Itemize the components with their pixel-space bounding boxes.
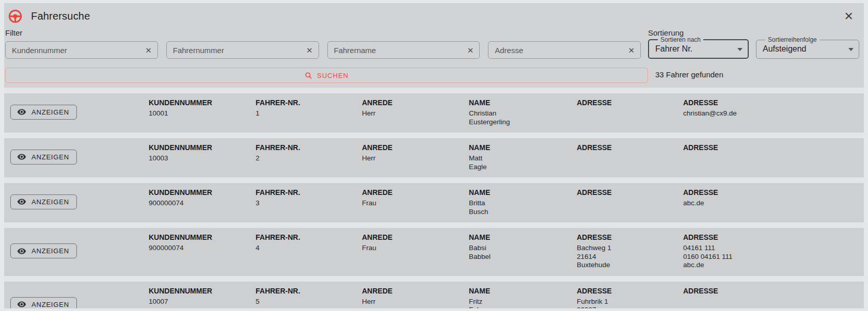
anzeigen-button-label: ANZEIGEN <box>31 153 69 161</box>
adresse-input[interactable] <box>488 46 622 55</box>
row-action: ANZEIGEN <box>10 150 149 165</box>
column-header: ADRESSE <box>577 233 678 241</box>
chevron-down-icon <box>737 48 743 51</box>
anzeigen-button[interactable]: ANZEIGEN <box>10 194 77 209</box>
cell-adresse: ADRESSE <box>577 187 683 216</box>
cell-value: Busch <box>469 208 572 217</box>
cell-value: Herr <box>362 298 464 306</box>
fahrernummer-input[interactable] <box>167 46 301 55</box>
cell-kundennummer: KUNDENNUMMER900000074 <box>149 187 256 216</box>
filter-group: Filter ✕ ✕ ✕ ✕ <box>5 27 648 63</box>
cell-value: Herr <box>362 109 464 118</box>
cell-value: 36037 <box>577 306 678 308</box>
cell-adresse: ADRESSEFuhrbrik 136037Fulda <box>577 286 683 308</box>
anzeigen-button-label: ANZEIGEN <box>31 108 69 116</box>
cell-value: Frau <box>362 244 464 253</box>
row-action: ANZEIGEN <box>10 243 149 258</box>
column-header: ADRESSE <box>577 99 678 107</box>
eye-icon <box>17 247 26 256</box>
clear-icon[interactable]: ✕ <box>301 46 319 54</box>
column-header: NAME <box>469 287 572 295</box>
column-header: FAHRER-NR. <box>256 188 357 197</box>
sortierreihenfolge-select[interactable]: Sortierreihenfolge Aufsteigend <box>756 37 859 59</box>
kundennummer-input[interactable] <box>6 46 139 55</box>
sortieren-nach-label: Sortieren nach <box>658 37 703 43</box>
cell-value: 0160 04161 111 <box>683 253 854 261</box>
column-header: NAME <box>469 99 572 107</box>
row-action: ANZEIGEN <box>10 297 149 308</box>
cell-fahrer-nr: FAHRER-NR.3 <box>256 187 362 216</box>
cell-value: Buxtehude <box>577 261 678 270</box>
cell-anrede: ANREDEFrau <box>362 187 469 216</box>
cell-name: NAMEBabsiBabbel <box>469 232 577 270</box>
anzeigen-button-label: ANZEIGEN <box>31 247 69 255</box>
cell-value: christian@cx9.de <box>683 109 854 118</box>
column-header: KUNDENNUMMER <box>149 143 250 152</box>
sortierreihenfolge-value: Aufsteigend <box>763 44 807 54</box>
cell-value: Babsi <box>469 244 572 253</box>
results-list: ANZEIGEN KUNDENNUMMER10001FAHRER-NR.1ANR… <box>4 88 864 308</box>
cell-value: 1 <box>256 109 357 118</box>
cell-fahrer-nr: FAHRER-NR.2 <box>256 142 362 171</box>
column-header: KUNDENNUMMER <box>149 188 250 197</box>
fahrername-input[interactable] <box>328 46 462 55</box>
page-title: Fahrersuche <box>31 10 90 22</box>
column-header: ADRESSE <box>683 99 854 107</box>
cell-name: NAMEChristianEustergerling <box>469 97 577 126</box>
table-row: ANZEIGEN KUNDENNUMMER10001FAHRER-NR.1ANR… <box>4 88 864 133</box>
chevron-down-icon <box>848 48 854 51</box>
cell-value: 21614 <box>577 253 678 261</box>
table-row: ANZEIGEN KUNDENNUMMER900000074FAHRER-NR.… <box>4 222 864 276</box>
clear-icon[interactable]: ✕ <box>139 46 157 54</box>
steering-wheel-icon <box>8 9 22 23</box>
column-header: FAHRER-NR. <box>256 287 357 295</box>
cell-adresse-2: ADRESSE <box>683 142 859 171</box>
cell-kundennummer: KUNDENNUMMER900000074 <box>149 232 256 270</box>
search-icon <box>305 72 312 79</box>
cell-adresse: ADRESSE <box>577 97 683 126</box>
clear-icon[interactable]: ✕ <box>462 46 480 54</box>
cell-anrede: ANREDEHerr <box>362 142 469 171</box>
cell-value: Matt <box>469 154 572 163</box>
table-row: ANZEIGEN KUNDENNUMMER10007FAHRER-NR.5ANR… <box>4 276 864 308</box>
cell-kundennummer: KUNDENNUMMER10007 <box>149 286 256 308</box>
column-header: ANREDE <box>362 233 464 241</box>
column-header: ADRESSE <box>577 188 678 197</box>
suchen-button[interactable]: SUCHEN <box>5 68 648 83</box>
sortieren-nach-value: Fahrer Nr. <box>655 44 692 54</box>
column-header: ANREDE <box>362 188 464 197</box>
eye-icon <box>17 152 26 161</box>
column-header: KUNDENNUMMER <box>149 287 250 295</box>
cell-adresse-2: ADRESSE04161 1110160 04161 111abc.de <box>683 232 859 270</box>
anzeigen-button[interactable]: ANZEIGEN <box>10 150 77 165</box>
sortieren-nach-select[interactable]: Sortieren nach Fahrer Nr. <box>648 37 749 59</box>
column-header: FAHRER-NR. <box>256 99 357 107</box>
column-header: ADRESSE <box>683 143 854 152</box>
cell-value: Frau <box>362 199 464 208</box>
cell-value: 900000074 <box>149 244 250 253</box>
anzeigen-button[interactable]: ANZEIGEN <box>10 105 77 120</box>
cell-value: abc.de <box>683 261 854 270</box>
sort-group: Sortierung Sortieren nach Fahrer Nr. Sor… <box>648 27 863 63</box>
result-count: 33 Fahrer gefunden <box>655 68 863 79</box>
anzeigen-button-label: ANZEIGEN <box>31 198 69 206</box>
anzeigen-button[interactable]: ANZEIGEN <box>10 243 77 258</box>
cell-value: 10001 <box>149 109 250 118</box>
cell-anrede: ANREDEHerr <box>362 97 469 126</box>
column-header: ANREDE <box>362 99 464 107</box>
column-header: NAME <box>469 188 572 197</box>
fahrername-field: ✕ <box>327 41 480 59</box>
cell-adresse-2: ADRESSEabc.de <box>683 187 859 216</box>
kundennummer-field: ✕ <box>5 41 158 59</box>
cell-name: NAMEMattEagle <box>469 142 577 171</box>
column-header: NAME <box>469 233 572 241</box>
cell-value: abc.de <box>683 199 854 208</box>
cell-anrede: ANREDEFrau <box>362 232 469 270</box>
anzeigen-button[interactable]: ANZEIGEN <box>10 297 77 308</box>
cell-kundennummer: KUNDENNUMMER10001 <box>149 97 256 126</box>
cell-adresse: ADRESSE <box>577 142 683 171</box>
cell-value: Eagle <box>469 163 572 172</box>
column-header: KUNDENNUMMER <box>149 233 250 241</box>
close-icon[interactable]: ✕ <box>841 10 857 23</box>
clear-icon[interactable]: ✕ <box>622 46 640 54</box>
